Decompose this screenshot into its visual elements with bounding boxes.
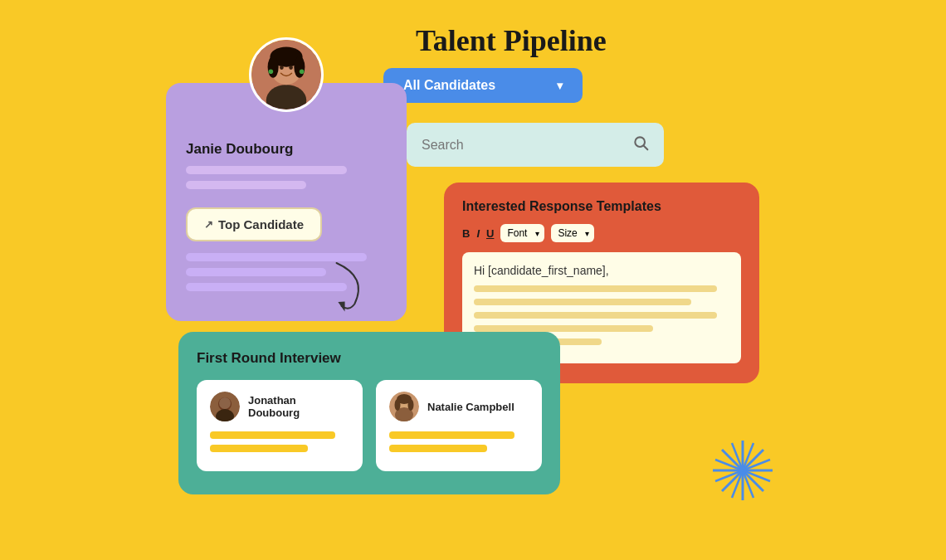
template-line-3 (474, 312, 717, 319)
search-bar (407, 123, 664, 167)
mini-info-line-2 (210, 445, 308, 452)
candidate-header: Jonathan Doubourg (210, 392, 349, 421)
candidates-row: Jonathan Doubourg (197, 380, 542, 471)
candidate-name: Natalie Campbell (427, 401, 514, 413)
underline-button[interactable]: U (486, 227, 494, 240)
candidate-name: Jonathan Doubourg (248, 394, 349, 419)
font-select[interactable]: Font (500, 224, 544, 242)
interview-card: First Round Interview Jonathan Doubourg (178, 332, 560, 494)
info-line-2 (186, 181, 306, 189)
all-candidates-dropdown[interactable]: All Candidates ▾ (383, 68, 583, 103)
mini-info-line-4 (389, 445, 487, 452)
info-line-1 (186, 166, 347, 174)
size-select[interactable]: Size (551, 224, 594, 242)
svg-point-9 (289, 66, 293, 70)
interview-card-title: First Round Interview (197, 350, 542, 367)
avatar (389, 392, 419, 421)
avatar (249, 37, 324, 112)
template-greeting: Hi [candidate_first_name], (474, 264, 729, 277)
list-item[interactable]: Jonathan Doubourg (197, 380, 363, 471)
chevron-down-icon: ▾ (557, 79, 563, 92)
top-candidate-button[interactable]: ↗ Top Candidate (186, 207, 322, 241)
font-select-wrapper[interactable]: Font (500, 224, 544, 242)
mini-info-line-3 (389, 431, 514, 439)
size-select-wrapper[interactable]: Size (551, 224, 594, 242)
arrow-icon: ↗ (204, 218, 213, 231)
template-line-1 (474, 285, 717, 292)
avatar (210, 392, 240, 421)
search-input[interactable] (422, 138, 624, 153)
bold-button[interactable]: B (462, 227, 470, 240)
page-title: Talent Pipeline (416, 23, 607, 58)
svg-point-6 (268, 56, 279, 78)
text-toolbar: B I U Font Size (462, 224, 741, 242)
template-line-4 (474, 325, 653, 332)
svg-point-16 (219, 397, 231, 409)
italic-button[interactable]: I (476, 227, 480, 240)
mini-info-line-1 (210, 431, 335, 439)
info-line-4 (186, 268, 326, 276)
orange-card-title: Interested Response Templates (462, 199, 741, 214)
list-item[interactable]: Natalie Campbell (376, 380, 542, 471)
candidate-header: Natalie Campbell (389, 392, 529, 421)
svg-point-7 (294, 56, 305, 78)
starburst-decoration (710, 437, 776, 504)
svg-point-8 (280, 66, 284, 70)
top-candidate-label: Top Candidate (218, 217, 304, 231)
svg-point-21 (395, 399, 401, 411)
svg-point-10 (269, 69, 274, 74)
svg-line-1 (644, 146, 648, 150)
svg-point-11 (300, 69, 305, 74)
svg-point-22 (408, 399, 414, 411)
svg-marker-12 (337, 300, 347, 312)
template-line-2 (474, 299, 691, 305)
search-icon (632, 134, 649, 155)
dropdown-label: All Candidates (403, 78, 495, 93)
candidate-name: Janie Doubourg (186, 141, 387, 158)
